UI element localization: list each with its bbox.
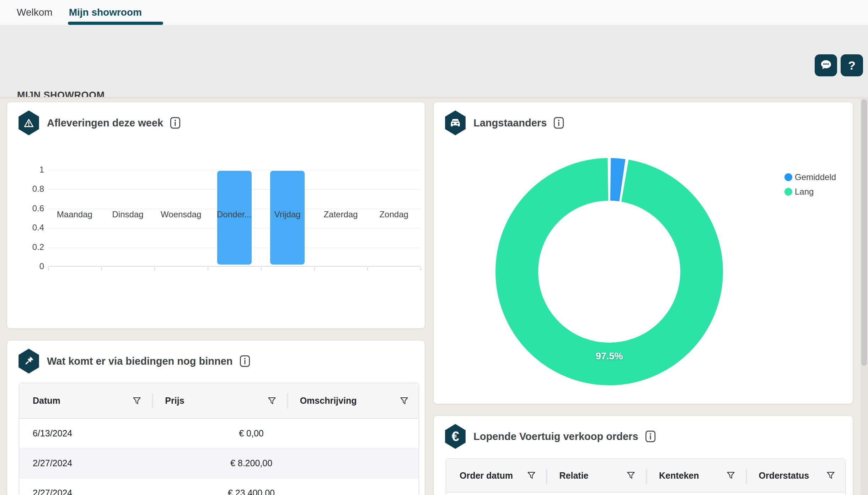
y-axis-tick-label: 1 [14,165,44,175]
donut-slice-lang [517,179,702,364]
mijn-showroom-dashboard: Welkom Mijn showroom ? MIJN SHOWROOM [0,0,868,495]
column-header-omschrijving: Omschrijving [286,383,419,418]
x-axis-tick-label: Maandag [48,210,101,219]
header-band: ? MIJN SHOWROOM [0,25,868,97]
column-header-orderstatus: Orderstatus [745,459,846,492]
legend-dot-icon [784,188,792,196]
column-header-kenteken: Kenteken [645,459,745,492]
filter-icon[interactable] [826,471,835,480]
y-axis-tick-label: 0.4 [14,223,44,233]
y-axis-tick-label: 0.8 [14,184,44,194]
column-header-label: Kenteken [659,470,699,481]
chat-button[interactable] [815,54,837,76]
cell-prijs: € 0,00 [152,428,351,439]
column-header-label: Orderstatus [759,470,809,481]
card-title: Langstaanders [473,117,547,129]
chat-bubble-icon [820,59,832,72]
gridline [48,170,420,170]
y-axis-tick-label: 0 [14,261,44,271]
card-lopende-verkoop-orders: € Lopende Voertuig verkoop orders Order … [433,415,853,495]
x-axis-tick-label: Zondag [367,210,420,219]
legend-item-lang[interactable]: Lang [784,187,836,197]
card-afleveringen-deze-week: Afleveringen deze week 00.20.40.60.81Maa… [7,102,425,329]
scrollbar-thumb[interactable] [861,99,867,366]
filter-icon[interactable] [267,396,277,406]
euro-icon: € [444,424,467,449]
filter-icon[interactable] [132,396,141,406]
legend-label: Gemiddeld [795,172,836,182]
x-axis-tick-label: Zaterdag [314,210,368,219]
column-header-label: Omschrijving [300,396,357,406]
legend-dot-icon [784,173,792,181]
x-axis-tick [261,267,262,271]
x-axis-tick-label: Vrijdag [261,210,314,219]
y-axis-tick-label: 0.6 [14,203,44,213]
donut-percentage-label: 97.5% [567,351,652,362]
table-header-row: DatumPrijsOmschrijving [19,383,419,419]
column-header-prijs: Prijs [151,383,286,418]
bar-chart-afleveringen: 00.20.40.60.81MaandagDinsdagWoensdagDond… [7,102,425,328]
table-body: 6/13/2024€ 0,002/27/2024€ 8.200,002/27/2… [19,419,419,495]
column-header-label: Datum [33,396,60,406]
info-icon[interactable] [645,430,656,442]
card-header: € Lopende Voertuig verkoop orders [444,424,656,449]
car-icon [444,110,467,135]
help-button[interactable]: ? [841,54,863,76]
x-axis-tick [314,267,315,271]
y-axis-tick-label: 0.2 [14,242,44,252]
filter-icon[interactable] [726,471,735,480]
tab-bar: Welkom Mijn showroom [0,0,868,25]
column-header-label: Order datum [460,470,513,481]
x-axis-tick-label: Dinsdag [101,210,155,219]
card-title: Wat komt er via biedingen nog binnen [47,355,233,367]
tab-mijn-showroom[interactable]: Mijn showroom [69,0,142,25]
x-axis-tick-label: Donder... [208,210,261,219]
card-header: Langstaanders [444,110,564,135]
card-langstaanders: Langstaanders 97.5% GemiddeldLang [433,102,853,404]
info-icon[interactable] [553,117,564,129]
column-header-label: Prijs [165,396,184,406]
content-area: Afleveringen deze week 00.20.40.60.81Maa… [0,97,868,495]
legend-item-gemiddeld[interactable]: Gemiddeld [784,172,836,182]
info-icon[interactable] [240,355,250,367]
x-axis-tick [101,267,102,271]
x-axis-tick-label: Woensdag [154,210,208,219]
gavel-icon [17,349,40,374]
chart-legend: GemiddeldLang [784,172,836,197]
x-axis-tick [48,267,49,271]
column-header-datum: Datum [19,383,151,418]
x-axis-tick [154,267,155,271]
tab-mijn-showroom-label: Mijn showroom [69,7,142,18]
question-mark-icon: ? [848,59,856,72]
table-row[interactable]: 2/27/2024€ 8.200,00 [19,448,419,478]
orders-table: Order datumRelatieKentekenOrderstatus [446,458,846,495]
column-header-label: Relatie [559,470,589,481]
column-header-order-datum: Order datum [446,459,546,492]
table-row[interactable]: 2/27/2024€ 23.400,00 [19,478,419,495]
card-title: Lopende Voertuig verkoop orders [473,431,638,442]
filter-icon[interactable] [527,471,536,480]
cell-prijs: € 8.200,00 [152,458,351,468]
table-header-row: Order datumRelatieKentekenOrderstatus [446,459,845,493]
x-axis-tick [367,267,368,271]
tab-welkom-label: Welkom [17,7,53,18]
active-tab-underline [68,22,163,25]
filter-icon[interactable] [626,471,636,480]
legend-label: Lang [795,187,814,197]
cell-prijs: € 23.400,00 [152,488,351,495]
tab-welkom[interactable]: Welkom [17,0,53,25]
cell-datum: 6/13/2024 [19,428,152,439]
table-row[interactable] [446,493,845,495]
cell-datum: 2/27/2024 [19,488,152,495]
card-biedingen: Wat komt er via biedingen nog binnen Dat… [7,340,425,495]
column-header-relatie: Relatie [546,459,646,492]
x-axis-tick [420,267,421,271]
table-row[interactable]: 6/13/2024€ 0,00 [19,419,419,448]
card-header: Wat komt er via biedingen nog binnen [17,349,250,374]
x-axis-tick [208,267,208,271]
filter-icon[interactable] [400,396,409,406]
biedingen-table: DatumPrijsOmschrijving 6/13/2024€ 0,002/… [19,383,419,495]
cell-datum: 2/27/2024 [19,458,152,468]
